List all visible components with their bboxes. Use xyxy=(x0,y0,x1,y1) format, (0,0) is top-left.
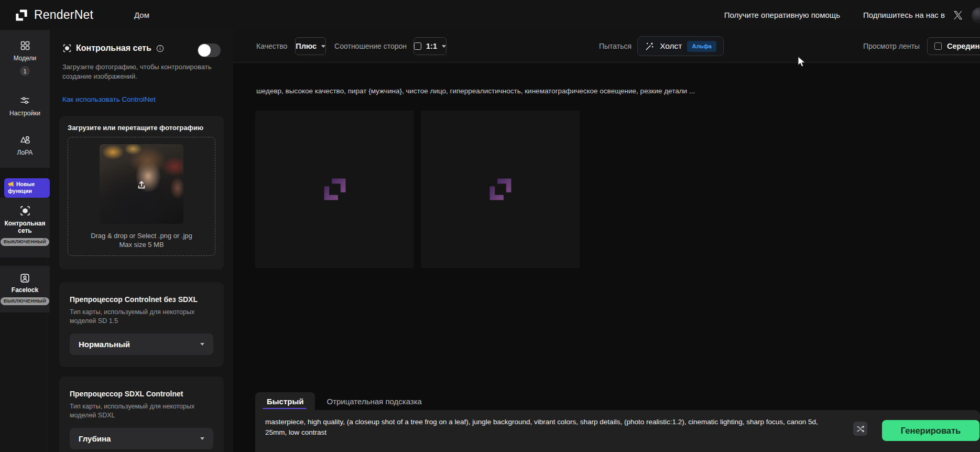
upload-title: Загрузите или перетащите фотографию xyxy=(68,124,215,132)
square-ratio-icon xyxy=(414,42,421,50)
controlnet-panel-header: Контрольная сеть xyxy=(50,30,233,57)
sidebar-block-main: Модели 1 Настройки ЛоРА xyxy=(0,30,50,168)
sidebar-label-controlnet: Контрольная сеть xyxy=(0,220,50,234)
preprocessor-sd15-card: Препроцессор Controlnet без SDXL Тип кар… xyxy=(59,282,224,367)
rendernet-placeholder-logo xyxy=(322,176,348,202)
upload-dropzone[interactable]: Drag & drop or Select .png or .jpg Max s… xyxy=(68,137,215,256)
magic-wand-icon xyxy=(645,41,655,51)
follow-label: Подпишитесь на нас в xyxy=(863,10,945,19)
chevron-down-icon xyxy=(200,343,204,346)
upload-card: Загрузите или перетащите фотографию Drag… xyxy=(59,116,224,270)
controlnet-status-badge: ВЫКЛЮЧЕННЫЙ xyxy=(1,238,49,246)
chevron-down-icon xyxy=(321,45,325,48)
tab-negative-prompt[interactable]: Отрицательная подсказка xyxy=(315,392,433,410)
chevron-down-icon xyxy=(200,437,204,440)
top-bar: RenderNet Дом Получите оперативную помощ… xyxy=(0,0,980,30)
canvas-button[interactable]: Холст Альфа xyxy=(637,36,724,56)
preprocessor-sdxl-description: Тип карты, используемый для некоторых мо… xyxy=(70,402,213,420)
sidebar-label-lora: ЛоРА xyxy=(17,149,33,156)
preprocessor-sd15-title: Препроцессор Controlnet без SDXL xyxy=(70,295,213,304)
generation-prompt-summary: шедевр, высокое качество, пират {мужчина… xyxy=(256,87,833,95)
preprocessor-sd15-description: Тип карты, используемый для некоторых мо… xyxy=(70,308,213,326)
chevron-down-icon xyxy=(442,45,446,48)
preprocessor-sdxl-card: Препроцессор SDXL Controlnet Тип карты, … xyxy=(59,376,224,452)
megaphone-icon xyxy=(8,181,14,187)
controlnet-title-row: Контрольная сеть xyxy=(62,44,165,53)
uploaded-reference-photo xyxy=(100,144,183,224)
upload-hint-line1: Drag & drop or Select .png or .jpg xyxy=(73,231,210,240)
x-twitter-icon[interactable] xyxy=(953,10,963,20)
sidebar-item-lora[interactable]: ЛоРА xyxy=(17,134,33,156)
prompt-tabs: Быстрый Отрицательная подсказка xyxy=(255,392,433,410)
upload-hint-line2: Max size 5 MB xyxy=(73,240,210,249)
new-features-badge: Новые функции xyxy=(4,178,50,198)
sliders-icon xyxy=(19,95,30,106)
rendernet-placeholder-logo xyxy=(487,176,514,202)
feed-view-link[interactable]: Просмотр ленты xyxy=(863,42,920,50)
preprocessor-sdxl-select[interactable]: Глубина xyxy=(70,428,213,449)
user-avatar[interactable] xyxy=(972,7,980,23)
models-count-badge: 1 xyxy=(20,66,30,76)
aspect-ratio-dropdown[interactable]: 1:1 xyxy=(413,37,447,55)
rendernet-app: { "header": { "brand": "RenderNet", "nav… xyxy=(0,0,980,452)
prompt-input[interactable]: masterpiece, high quality, (a closeup sh… xyxy=(265,417,831,438)
upload-arrow-icon xyxy=(135,178,148,191)
facelock-status-badge: ВЫКЛЮЧЕННЫЙ xyxy=(1,297,49,305)
generation-results xyxy=(255,111,580,268)
controlnet-description: Загрузите фотографию, чтобы контролирова… xyxy=(62,62,221,81)
controlnet-howto-link[interactable]: Как использовать ControlNet xyxy=(62,95,221,103)
preprocessor-sd15-value: Нормальный xyxy=(79,340,130,349)
shuffle-icon xyxy=(856,425,865,433)
sidebar-label-facelock: Facelock xyxy=(12,286,38,294)
middle-checkbox-button[interactable]: Середина xyxy=(927,37,980,55)
preprocessor-sdxl-title: Препроцессор SDXL Controlnet xyxy=(70,390,213,398)
info-icon[interactable] xyxy=(156,44,165,53)
aspect-ratio-value: 1:1 xyxy=(426,42,437,50)
preprocessor-sd15-select[interactable]: Нормальный xyxy=(70,333,213,355)
preprocessor-sdxl-value: Глубина xyxy=(79,434,111,443)
controlnet-small-icon xyxy=(62,44,72,53)
result-placeholder-2[interactable] xyxy=(421,111,580,268)
prompt-input-area: masterpiece, high quality, (a closeup sh… xyxy=(255,410,980,452)
alpha-badge: Альфа xyxy=(687,41,716,52)
sidebar-item-models[interactable]: Модели 1 xyxy=(14,40,37,76)
rendernet-logo-icon xyxy=(15,8,28,22)
sidebar-block-controlnet: Контрольная сеть ВЫКЛЮЧЕННЫЙ xyxy=(0,198,50,257)
sidebar-item-controlnet[interactable]: Контрольная сеть ВЫКЛЮЧЕННЫЙ xyxy=(0,205,50,246)
quality-value: Плюс xyxy=(296,42,317,50)
middle-button-label: Середина xyxy=(947,42,980,50)
aspect-ratio-label: Соотношение сторон xyxy=(334,42,407,50)
toggle-knob xyxy=(198,44,211,57)
controlnet-panel: Контрольная сеть Загрузите фотографию, ч… xyxy=(50,30,233,452)
grid-icon xyxy=(20,40,30,51)
result-placeholder-1[interactable] xyxy=(255,111,414,268)
main-area: Качество Плюс Соотношение сторон 1:1 Пыт… xyxy=(233,30,980,452)
help-link[interactable]: Получите оперативную помощь xyxy=(724,10,840,19)
facelock-icon xyxy=(19,273,30,284)
quality-dropdown[interactable]: Плюс xyxy=(295,37,326,55)
sidebar-item-settings[interactable]: Настройки xyxy=(9,95,40,117)
sidebar-block-facelock: Facelock ВЫКЛЮЧЕННЫЙ xyxy=(0,266,50,313)
controlnet-icon xyxy=(19,205,31,217)
shuffle-prompt-button[interactable] xyxy=(853,422,867,436)
checkbox-icon xyxy=(934,42,942,50)
lora-icon xyxy=(19,134,30,145)
generation-toolbar: Качество Плюс Соотношение сторон 1:1 Пыт… xyxy=(233,30,980,63)
controlnet-toggle[interactable] xyxy=(198,44,221,57)
sidebar-label-settings: Настройки xyxy=(9,110,40,117)
tab-quick-prompt[interactable]: Быстрый xyxy=(255,392,315,410)
generate-button[interactable]: Генерировать xyxy=(882,420,979,441)
brand-logo[interactable]: RenderNet xyxy=(15,8,93,22)
topbar-right: Получите оперативную помощь Подпишитесь … xyxy=(724,7,980,23)
icon-sidebar: Модели 1 Настройки ЛоРА xyxy=(0,30,50,452)
controlnet-panel-title: Контрольная сеть xyxy=(76,44,151,53)
brand-name: RenderNet xyxy=(34,8,93,22)
sidebar-item-facelock[interactable]: Facelock ВЫКЛЮЧЕННЫЙ xyxy=(1,273,49,305)
upload-hint: Drag & drop or Select .png or .jpg Max s… xyxy=(73,231,210,249)
quality-label: Качество xyxy=(256,42,287,50)
try-label: Пытаться xyxy=(599,42,631,50)
nav-home[interactable]: Дом xyxy=(134,10,149,19)
sidebar-label-models: Модели xyxy=(14,55,37,62)
canvas-button-label: Холст xyxy=(660,41,682,51)
